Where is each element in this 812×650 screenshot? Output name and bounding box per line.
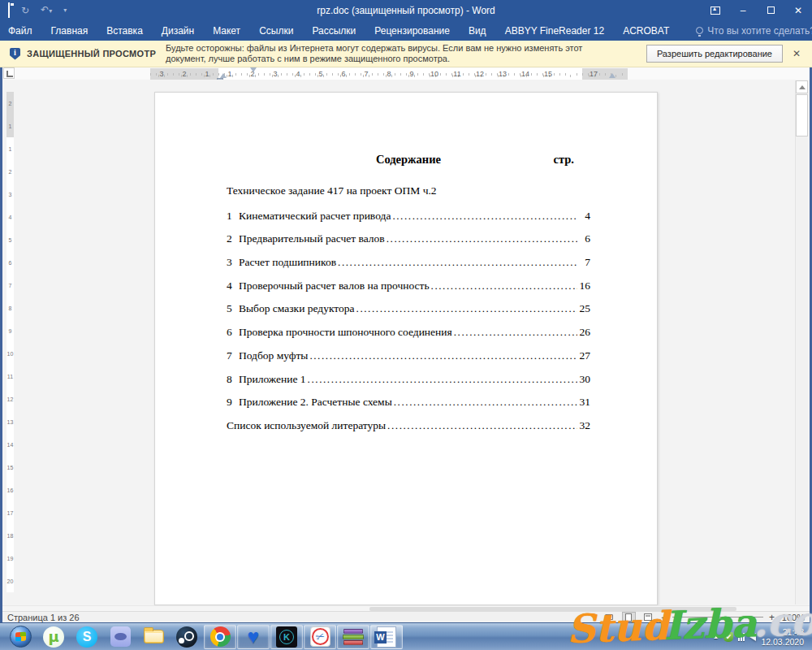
- system-tray: ▲ ✔ 21:48 12.03.2020: [713, 627, 812, 647]
- page-column-label: стр.: [554, 153, 574, 167]
- ruler-mark: 3: [264, 68, 287, 80]
- ribbon-tab[interactable]: Макет: [213, 25, 240, 37]
- window-controls: – ✕: [702, 0, 812, 20]
- windows-flag-icon: [15, 632, 26, 642]
- dot-leader: [387, 232, 577, 245]
- taskbar-item-heart-app[interactable]: ♥: [237, 625, 270, 649]
- minimize-button[interactable]: –: [729, 0, 757, 20]
- taskbar-item-k-player[interactable]: K: [270, 625, 303, 649]
- toc-heading: Содержание: [227, 153, 590, 167]
- ruler-mark: 2: [6, 92, 14, 115]
- zoom-out-button[interactable]: −: [661, 612, 667, 623]
- tab-selector-button[interactable]: [3, 67, 15, 79]
- ruler-mark: 5: [6, 228, 14, 251]
- ribbon-tab[interactable]: Рецензирование: [374, 25, 450, 37]
- protected-view-bar: ЗАЩИЩЕННЫЙ ПРОСМОТР Будьте осторожны: фа…: [0, 41, 812, 67]
- dot-leader: [431, 280, 577, 292]
- horizontal-scrollbar[interactable]: [2, 605, 810, 611]
- ribbon-display-options-button[interactable]: [702, 0, 729, 20]
- read-mode-icon: [605, 614, 613, 620]
- taskbar-item-discord[interactable]: [104, 625, 136, 649]
- page-count-status[interactable]: Страница 1 из 26: [7, 613, 80, 622]
- ribbon-tab[interactable]: Главная: [51, 25, 89, 37]
- ruler-mark: 3: [6, 183, 14, 206]
- taskbar-item-skype[interactable]: S: [71, 625, 103, 649]
- zoom-in-button[interactable]: +: [769, 612, 775, 623]
- network-icon[interactable]: [738, 633, 745, 641]
- taskbar-item-chrome[interactable]: [204, 625, 236, 649]
- taskbar: µ S ♥ K ✂ W ▲ ✔ 21:48 12.03.2020: [0, 622, 812, 650]
- web-layout-button[interactable]: [641, 612, 655, 622]
- right-indent-marker[interactable]: [609, 73, 615, 78]
- utorrent-icon: µ: [43, 626, 64, 648]
- vertical-ruler: 211234567891011121314151617181920: [6, 92, 14, 592]
- maximize-button[interactable]: [757, 0, 784, 20]
- ruler-mark: 7: [355, 68, 378, 80]
- toc-entry: 3 Расчет подшипников 7: [227, 249, 590, 273]
- ribbon-tab[interactable]: Вставка: [106, 25, 143, 37]
- vertical-scrollbar[interactable]: [795, 80, 808, 604]
- undo-icon[interactable]: ↶▾: [41, 5, 52, 16]
- window-title: rpz.doc (защищенный просмотр) - Word: [0, 5, 812, 16]
- message-bar-close-icon[interactable]: ✕: [788, 48, 806, 59]
- ribbon-tab[interactable]: Ссылки: [259, 25, 293, 37]
- toc-entry: 4 Проверочный расчет валов на прочность …: [227, 273, 590, 297]
- horizontal-scrollbar-thumb[interactable]: [369, 607, 736, 611]
- toc-entry: Список используемой литературы 32: [227, 413, 590, 436]
- taskbar-item-snipping-tool[interactable]: ✂: [304, 625, 336, 649]
- ruler-mark: 6: [332, 68, 355, 80]
- ruler-mark: 18: [6, 524, 14, 547]
- ribbon-tab[interactable]: Файл: [8, 25, 32, 37]
- ruler-mark: 10: [423, 68, 446, 80]
- ribbon-tab[interactable]: ABBYY FineReader 12: [505, 25, 605, 37]
- zoom-slider[interactable]: [672, 617, 763, 618]
- ruler-mark: 12: [6, 388, 14, 410]
- ruler-mark: 9: [6, 319, 14, 342]
- taskbar-clock[interactable]: 21:48 12.03.2020: [761, 627, 807, 647]
- read-mode-button[interactable]: [603, 612, 616, 622]
- show-hidden-icons-icon[interactable]: ▲: [713, 633, 719, 640]
- print-layout-icon: [625, 613, 632, 622]
- taskbar-item-steam[interactable]: [171, 625, 203, 649]
- toc-intro-line: Техническое задание 417 на проект ОПМ ч.…: [227, 180, 590, 203]
- ruler-mark: 14: [514, 68, 537, 80]
- print-layout-button[interactable]: [622, 612, 636, 622]
- security-shield-icon[interactable]: ✔: [723, 632, 733, 642]
- vertical-scrollbar-thumb[interactable]: [796, 94, 808, 136]
- zoom-slider-thumb[interactable]: [715, 613, 719, 622]
- discord-icon: [110, 626, 131, 647]
- heart-icon: ♥: [248, 626, 260, 647]
- chrome-icon: [210, 626, 231, 647]
- taskbar-item-winrar[interactable]: [337, 625, 369, 649]
- status-bar: Страница 1 из 26 − + 100%: [2, 611, 810, 622]
- ribbon-tab[interactable]: Вид: [469, 25, 486, 37]
- customize-qat-icon[interactable]: ▾: [63, 6, 67, 14]
- first-line-indent-marker[interactable]: [250, 67, 257, 72]
- zoom-level[interactable]: 100%: [780, 613, 805, 622]
- taskbar-item-word[interactable]: W: [370, 625, 403, 649]
- protected-view-label: ЗАЩИЩЕННЫЙ ПРОСМОТР: [27, 49, 156, 58]
- dot-leader: [338, 256, 577, 269]
- toc-entry: 5 Выбор смазки редуктора 25: [227, 296, 590, 319]
- save-icon[interactable]: [8, 3, 10, 18]
- ruler-mark: 8: [6, 297, 14, 319]
- ruler-mark: 1: [196, 68, 218, 80]
- ribbon-tab[interactable]: Рассылки: [312, 25, 356, 37]
- ribbon-tab[interactable]: Дизайн: [162, 25, 194, 37]
- dot-leader: [356, 302, 577, 315]
- taskbar-item-explorer[interactable]: [137, 625, 170, 649]
- scroll-up-arrow-icon[interactable]: [796, 80, 808, 93]
- redo-icon[interactable]: ↻: [21, 6, 29, 15]
- document-page[interactable]: Содержание стр. Техническое задание 417 …: [154, 92, 658, 605]
- ruler-mark: 4: [287, 68, 309, 80]
- start-button[interactable]: [4, 625, 37, 649]
- volume-icon[interactable]: [749, 633, 756, 641]
- enable-editing-button[interactable]: Разрешить редактирование: [646, 45, 783, 63]
- ruler-mark: 17: [582, 68, 605, 80]
- ruler-mark: 1: [6, 115, 14, 137]
- ribbon-tab[interactable]: ACROBAT: [623, 25, 669, 37]
- taskbar-item-utorrent[interactable]: µ: [37, 625, 70, 649]
- close-button[interactable]: ✕: [784, 0, 812, 20]
- protected-view-message: Будьте осторожны: файлы из Интернета мог…: [166, 43, 620, 64]
- tell-me-box[interactable]: Что вы хотите сделать?: [696, 25, 812, 37]
